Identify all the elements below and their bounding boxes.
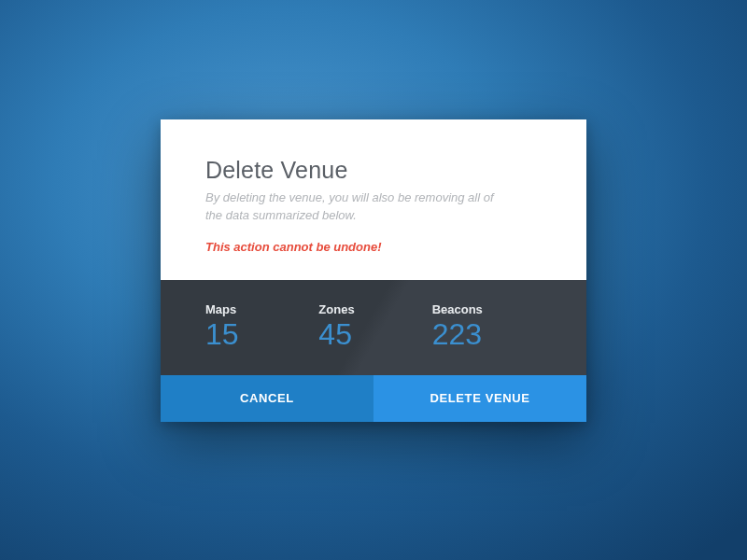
stat-beacons-label: Beacons	[432, 302, 542, 316]
modal-header: Delete Venue By deleting the venue, you …	[161, 119, 586, 280]
stat-beacons: Beacons 223	[429, 302, 542, 351]
modal-subtitle: By deleting the venue, you will also be …	[205, 189, 504, 225]
delete-venue-modal: Delete Venue By deleting the venue, you …	[161, 119, 586, 422]
stat-maps-value: 15	[205, 318, 315, 351]
stat-maps-label: Maps	[205, 302, 315, 316]
stat-beacons-value: 223	[432, 318, 542, 351]
stat-zones: Zones 45	[315, 302, 428, 351]
delete-venue-button[interactable]: DELETE VENUE	[374, 375, 586, 422]
stat-zones-label: Zones	[318, 302, 428, 316]
modal-title: Delete Venue	[205, 157, 542, 184]
cancel-button[interactable]: CANCEL	[161, 375, 374, 422]
modal-warning: This action cannot be undone!	[205, 240, 542, 254]
stat-maps: Maps 15	[205, 302, 315, 351]
stats-row: Maps 15 Zones 45 Beacons 223	[161, 280, 586, 375]
modal-actions: CANCEL DELETE VENUE	[161, 375, 586, 422]
stat-zones-value: 45	[318, 318, 428, 351]
